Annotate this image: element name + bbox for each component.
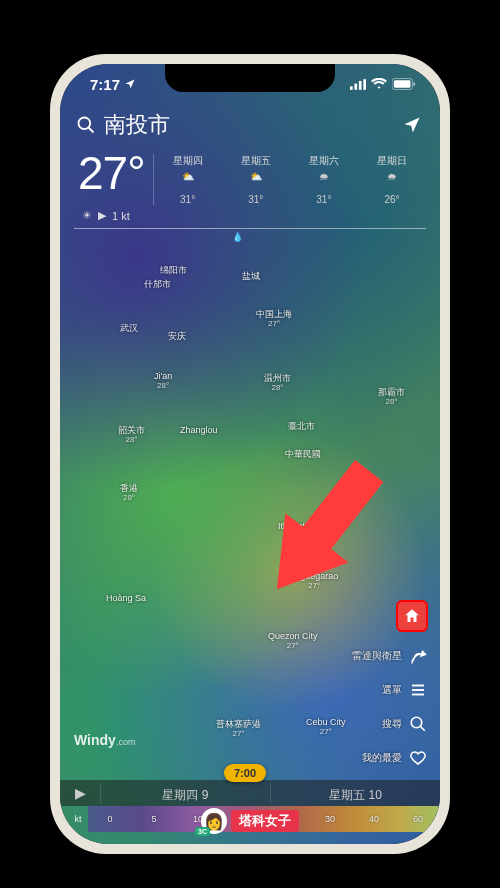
favorite-button[interactable]: 我的最愛 <box>362 748 428 768</box>
windy-brand: Windy.com <box>74 732 135 748</box>
divider <box>74 228 426 229</box>
wind-dir-icon: ▶ <box>98 209 106 222</box>
map-city-label[interactable]: 韶关市28° <box>118 426 145 445</box>
search-icon <box>76 115 96 135</box>
phone-notch <box>165 64 335 92</box>
forecast-day[interactable]: 星期日🌧26° <box>358 154 426 205</box>
svg-rect-0 <box>350 86 353 90</box>
forecast-day[interactable]: 星期五⛅31° <box>222 154 290 205</box>
map-city-label[interactable]: Zhanglou <box>180 426 218 436</box>
location-header[interactable]: 南投市 <box>60 104 440 148</box>
annotation-arrow <box>230 444 410 624</box>
forecast-temp: 31° <box>156 194 220 205</box>
forecast-icon: ⛅ <box>224 171 288 191</box>
svg-rect-6 <box>413 82 415 86</box>
forecast-day[interactable]: 星期四⛅31° <box>154 154 222 205</box>
map-city-label[interactable]: Quezon City27° <box>268 632 318 651</box>
scale-tick: 5 <box>132 814 176 824</box>
svg-rect-1 <box>354 83 357 89</box>
map-city-label[interactable]: 臺北市 <box>288 422 315 432</box>
forecast-row[interactable]: 星期四⛅31°星期五⛅31°星期六🌧31°星期日🌧26° <box>153 154 426 205</box>
location-name: 南投市 <box>104 110 402 140</box>
forecast-day-name: 星期五 <box>224 154 288 168</box>
wind-speed: 1 kt <box>112 210 130 222</box>
map-city-label[interactable]: Hoàng Sa <box>106 594 146 604</box>
scale-unit: kt <box>60 814 88 824</box>
play-button[interactable]: ▶ <box>60 785 100 801</box>
locate-me-icon[interactable] <box>402 115 422 135</box>
radar-icon <box>408 646 428 666</box>
map-city-label[interactable]: 那霸市28° <box>378 388 405 407</box>
sun-icon: ☀ <box>82 209 92 222</box>
time-marker[interactable]: 7:00 <box>224 764 266 782</box>
phone-frame: 什邡市绵阳市盐城武汉安庆中国上海27°Ji'an28°温州市28°那霸市28°韶… <box>50 54 450 854</box>
battery-icon <box>392 78 416 90</box>
cell-signal-icon <box>350 79 366 90</box>
map-city-label[interactable]: 安庆 <box>168 332 186 342</box>
watermark-badge: 3C <box>195 827 210 836</box>
svg-line-8 <box>89 128 94 133</box>
heart-icon <box>408 748 428 768</box>
map-city-label[interactable]: 温州市28° <box>264 374 291 393</box>
status-time: 7:17 <box>90 76 120 93</box>
svg-point-7 <box>79 118 91 130</box>
wifi-icon <box>371 78 387 90</box>
menu-button[interactable]: 選單 <box>382 680 428 700</box>
forecast-temp: 26° <box>360 194 424 205</box>
forecast-day-name: 星期六 <box>292 154 356 168</box>
map-city-label[interactable]: 盐城 <box>242 272 260 282</box>
scale-tick: 60 <box>396 814 440 824</box>
forecast-temp: 31° <box>224 194 288 205</box>
forecast-icon: 🌧 <box>292 171 356 191</box>
search-icon <box>408 714 428 734</box>
watermark-text: 塔科女子 <box>231 810 299 832</box>
svg-line-13 <box>420 726 425 731</box>
watermark: 👩 3C 塔科女子 <box>201 808 299 834</box>
map-tools: 主頁 雷達與衛星 選單 搜尋 <box>352 600 428 768</box>
search-button[interactable]: 搜尋 <box>382 714 428 734</box>
menu-icon <box>408 680 428 700</box>
map-city-label[interactable]: 中国上海27° <box>256 310 292 329</box>
forecast-day-name: 星期四 <box>156 154 220 168</box>
forecast-icon: ⛅ <box>156 171 220 191</box>
map-city-label[interactable]: 什邡市 <box>144 280 171 290</box>
current-temperature: 27° <box>78 150 145 196</box>
map-city-label[interactable]: Cebu City27° <box>306 718 346 737</box>
svg-rect-5 <box>394 80 411 87</box>
map-city-label[interactable]: 香港28° <box>120 484 138 503</box>
timeline-day[interactable]: 星期四 9 <box>100 783 270 804</box>
map-city-label[interactable]: 武汉 <box>120 324 138 334</box>
map-city-label[interactable]: Ji'an28° <box>154 372 172 391</box>
svg-point-12 <box>411 717 422 728</box>
scale-tick: 40 <box>352 814 396 824</box>
svg-rect-3 <box>363 79 366 90</box>
timeline[interactable]: ▶ 星期四 9星期五 10 <box>60 780 440 806</box>
timeline-day[interactable]: 星期五 10 <box>270 783 440 804</box>
scale-tick: 30 <box>308 814 352 824</box>
forecast-temp: 31° <box>292 194 356 205</box>
map-city-label[interactable]: 普林塞萨港27° <box>216 720 261 739</box>
location-arrow-icon <box>124 76 136 93</box>
map-city-label[interactable]: 绵阳市 <box>160 266 187 276</box>
scale-tick: 0 <box>88 814 132 824</box>
forecast-icon: 🌧 <box>360 171 424 191</box>
forecast-day[interactable]: 星期六🌧31° <box>290 154 358 205</box>
radar-button[interactable]: 雷達與衛星 <box>352 646 428 666</box>
svg-rect-2 <box>359 80 362 89</box>
drop-icon: 💧 <box>232 232 243 236</box>
forecast-day-name: 星期日 <box>360 154 424 168</box>
